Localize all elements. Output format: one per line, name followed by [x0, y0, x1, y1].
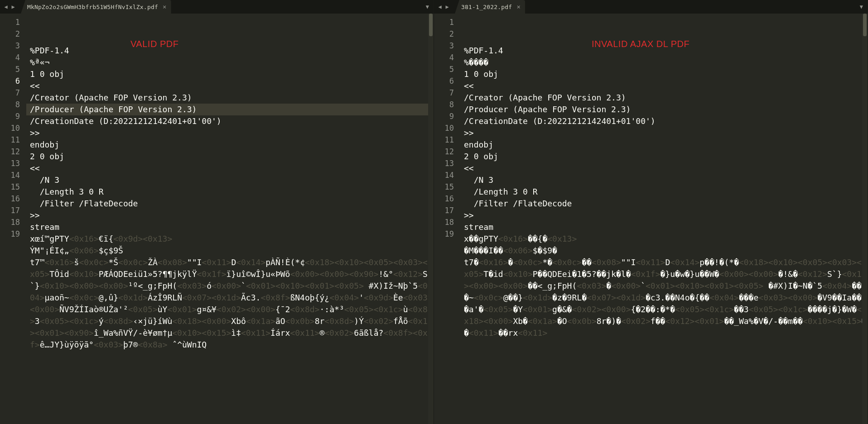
code-line[interactable]: %PDF-1.4: [460, 45, 868, 57]
code-line[interactable]: /Length 3 0 R: [26, 186, 434, 198]
text-span: 8r: [315, 316, 325, 326]
code-line[interactable]: /Creator (Apache FOP Version 2.3): [460, 92, 868, 104]
hex-byte: <0x05><0x1c>: [40, 316, 99, 326]
code-line[interactable]: 2 0 obj: [460, 151, 868, 162]
tab-right[interactable]: 381-1_2022.pdf ×: [455, 0, 525, 14]
code-left[interactable]: %PDF-1.4%ª«¬1 0 obj<</Creator (Apache FO…: [26, 14, 434, 424]
text-span: ì‡: [231, 328, 241, 338]
text-span: ���e: [739, 293, 758, 302]
line-number: 15: [0, 181, 26, 193]
line-number: 4: [0, 52, 26, 63]
code-line[interactable]: %PDF-1.4: [26, 45, 434, 57]
code-line[interactable]: xœí™gPTY<0x16>€ï{<0x9d><0x13>: [26, 233, 434, 245]
line-number: 3: [434, 40, 460, 52]
hex-byte: <0x14>: [236, 257, 265, 267]
hex-byte: <0x01>: [523, 305, 552, 314]
text-span: ÝM"¡ÉI¢„: [30, 246, 69, 255]
hex-byte: <0x05><0x1c>: [749, 305, 808, 314]
tab-close-button[interactable]: ×: [163, 3, 167, 10]
hex-byte: <0x05>: [128, 305, 158, 314]
line-number: 6: [0, 75, 26, 87]
text-span: T�id: [483, 269, 503, 279]
text-span: t7™: [30, 257, 45, 267]
code-line[interactable]: /Filter /FlateDecode: [26, 198, 434, 210]
code-line[interactable]: >>: [460, 127, 868, 139]
scrollbar-thumb[interactable]: [429, 14, 433, 36]
tab-title: MkNpZo2o2sGWmH3bfrb51W5HfNvIxlZx.pdf: [27, 4, 158, 10]
text-span: ßN4oþ{ý¿: [290, 293, 329, 302]
line-number: 7: [0, 87, 26, 99]
code-line[interactable]: stream: [460, 221, 868, 233]
text-span: Íárx: [270, 328, 290, 338]
code-line[interactable]: /N 3: [460, 174, 868, 186]
code-line[interactable]: /Filter /FlateDecode: [460, 198, 868, 210]
text-span: ��rx: [498, 328, 518, 338]
tab-prev-button[interactable]: ◀: [437, 4, 443, 10]
tab-next-button[interactable]: ▶: [444, 4, 450, 10]
hex-byte: <0x0c>: [118, 257, 148, 267]
gutter-right: 12345678910111213141516171819: [434, 14, 460, 424]
tab-dropdown-button[interactable]: ▼: [421, 4, 434, 10]
text-span: x��gPTY: [464, 234, 498, 243]
hex-byte: <0x10><0x00><0x00>: [40, 281, 128, 291]
hex-byte: <0x1a>: [246, 316, 275, 326]
code-line[interactable]: endobj: [26, 139, 434, 151]
code-line[interactable]: /Creator (Apache FOP Version 2.3): [26, 92, 434, 104]
code-line[interactable]: 2 0 obj: [26, 151, 434, 162]
code-line[interactable]: <<: [460, 162, 868, 174]
code-line[interactable]: <<: [460, 80, 868, 92]
code-line[interactable]: 1 0 obj: [460, 68, 868, 80]
tab-left[interactable]: MkNpZo2o2sGWmH3bfrb51W5HfNvIxlZx.pdf ×: [21, 0, 171, 14]
code-line[interactable]: %ª«¬: [26, 57, 434, 68]
code-line[interactable]: <<: [26, 80, 434, 92]
hex-byte: <0x11>: [241, 328, 270, 338]
hex-byte: <0x01>: [167, 305, 197, 314]
tab-dropdown-button[interactable]: ▼: [855, 4, 868, 10]
hex-byte: <0x16>: [45, 257, 74, 267]
code-line[interactable]: �M���I��<0x06>$�$9�: [460, 245, 868, 257]
line-number: 11: [0, 134, 26, 146]
code-line[interactable]: %����: [460, 57, 868, 68]
tab-close-button[interactable]: ×: [516, 3, 521, 10]
code-line[interactable]: /Producer (Apache FOP Version 2.3): [460, 104, 868, 115]
code-line[interactable]: /N 3: [26, 174, 434, 186]
editor-left[interactable]: 12345678910111213141516171819 %PDF-1.4%ª…: [0, 14, 434, 424]
scrollbar-vertical[interactable]: [428, 14, 434, 424]
code-line[interactable]: /CreationDate (D:20221212142401+01'00'): [460, 115, 868, 127]
code-line[interactable]: stream: [26, 221, 434, 233]
code-line[interactable]: >>: [460, 210, 868, 221]
hex-byte: <0x04>: [709, 293, 739, 302]
editor-right[interactable]: 12345678910111213141516171819 %PDF-1.4%�…: [434, 14, 868, 424]
code-line[interactable]: <<: [26, 162, 434, 174]
tab-next-button[interactable]: ▶: [10, 4, 16, 10]
scrollbar-vertical[interactable]: [862, 14, 868, 424]
code-line[interactable]: x��gPTY<0x16>��{�<0x13>: [460, 233, 868, 245]
code-right[interactable]: %PDF-1.4%����1 0 obj<</Creator (Apache F…: [460, 14, 868, 424]
code-line[interactable]: /CreationDate (D:20221212142401+01'00'): [26, 115, 434, 127]
text-span: $�$9�: [533, 246, 557, 255]
code-line[interactable]: ÝM"¡ÉI¢„<0x06>$ç$9Š: [26, 245, 434, 257]
code-line[interactable]: 1 0 obj: [26, 68, 434, 80]
hex-byte: <0x8d>: [104, 316, 133, 326]
hex-byte: <0x11>: [518, 328, 547, 338]
code-line[interactable]: /Producer (Apache FOP Version 2.3): [26, 104, 434, 115]
hex-byte: <0x07><0x1d>: [182, 293, 241, 302]
code-line[interactable]: >>: [26, 210, 434, 221]
code-line[interactable]: /Length 3 0 R: [460, 186, 868, 198]
text-span: *�: [542, 257, 552, 267]
hex-byte: <0x08>: [592, 257, 621, 267]
hex-byte: <0x8d>: [324, 316, 354, 326]
text-span: ŽÀ: [148, 257, 158, 267]
text-span: ��{�: [528, 234, 547, 243]
code-line[interactable]: endobj: [460, 139, 868, 151]
code-line-wrapped[interactable]: t7™<0x16>š<0x0c>*Š<0x0c>ŽÀ<0x08>""I<0x11…: [26, 257, 434, 351]
text-span: ¹º<_g;FpH(: [128, 281, 177, 291]
scrollbar-thumb[interactable]: [863, 14, 867, 36]
tab-prev-button[interactable]: ◀: [3, 4, 9, 10]
hex-byte: <0x1a>: [528, 316, 557, 326]
line-number: 10: [0, 122, 26, 134]
code-line[interactable]: >>: [26, 127, 434, 139]
text-span: ý: [99, 316, 104, 326]
code-line-wrapped[interactable]: t7�<0x16>�<0x0c>*�<0x0c>��<0x08>""I<0x11…: [460, 257, 868, 339]
line-number: 3: [0, 40, 26, 52]
